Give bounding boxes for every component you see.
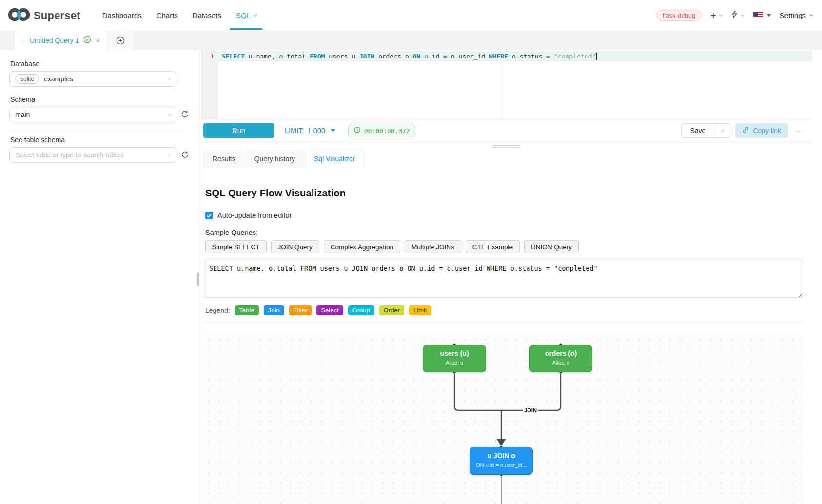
drag-handle-icon[interactable]: ⋮ <box>20 37 25 44</box>
sql-token-id: u.name, o.total <box>245 53 310 60</box>
legend-chip-join: Join <box>264 305 284 315</box>
sql-token-op: = <box>443 53 447 60</box>
editor-gutter: 1 <box>201 50 218 119</box>
superset-brand[interactable]: Superset <box>8 7 80 24</box>
plus-icon: + <box>710 11 716 20</box>
database-select[interactable]: sqlite examples <box>9 71 176 87</box>
sample-query-button-complex-aggregation[interactable]: Complex Aggregation <box>324 240 400 253</box>
nav-item-sql[interactable]: SQL <box>229 0 264 31</box>
join-edge-label: JOIN <box>523 407 538 413</box>
sidebar-splitter <box>199 50 200 504</box>
sql-token-kw: ON <box>412 53 420 60</box>
nav-item-label: Datasets <box>193 11 221 19</box>
sql-editor[interactable]: 1 SELECT u.name, o.total FROM users u JO… <box>201 50 812 119</box>
sample-query-button-cte-example[interactable]: CTE Example <box>466 240 520 253</box>
flow-node-join[interactable]: u JOIN oON u.id = o.user_id... <box>470 447 533 475</box>
sample-query-button-union-query[interactable]: UNION Query <box>524 240 579 253</box>
close-tab-icon[interactable]: × <box>96 37 100 44</box>
sample-query-buttons: Simple SELECTJOIN QueryComplex Aggregati… <box>205 240 803 253</box>
sample-query-button-join-query[interactable]: JOIN Query <box>271 240 319 253</box>
sql-input-textarea[interactable] <box>204 260 803 298</box>
flow-node-subtitle: ON u.id = o.user_id... <box>470 462 532 468</box>
legend-chip-order: Order <box>379 305 404 315</box>
new-query-tab-button[interactable] <box>108 31 133 50</box>
content-divider <box>204 322 803 322</box>
active-nav-underline <box>230 28 263 30</box>
nav-item-dashboards[interactable]: Dashboards <box>95 0 149 31</box>
navbar-right: flask-debug + Settings <box>656 10 812 21</box>
tab-sql-visualizer[interactable]: Sql Visualizer <box>305 150 364 168</box>
settings-menu[interactable]: Settings <box>780 11 812 19</box>
flow-node-title: users (u) <box>423 349 486 357</box>
sql-token-id <box>550 53 554 60</box>
database-select-value: examples <box>44 75 168 83</box>
save-button-group: Save <box>681 123 730 138</box>
query-tab-untitled-query-1[interactable]: ⋮ Untitled Query 1 × <box>15 31 107 50</box>
save-button[interactable]: Save <box>682 124 714 137</box>
saved-check-icon <box>83 36 91 45</box>
sqllab-left-sidebar: Database sqlite examples Schema main See… <box>0 50 199 504</box>
more-options-icon[interactable]: ··· <box>793 127 805 135</box>
nav-item-datasets[interactable]: Datasets <box>185 0 229 31</box>
pane-resize-handle[interactable] <box>493 145 520 148</box>
sql-token-id: o.user_id <box>447 53 489 60</box>
query-tabbar: ⋮ Untitled Query 1 × <box>0 31 822 50</box>
auto-update-checkbox[interactable] <box>205 212 213 219</box>
run-query-button[interactable]: Run <box>203 123 274 138</box>
tab-query-history[interactable]: Query history <box>246 150 304 168</box>
query-search-button[interactable] <box>731 10 744 20</box>
save-dropdown-button[interactable] <box>714 124 730 137</box>
chevron-down-icon <box>719 13 723 17</box>
timer-value: 00:00:00.372 <box>364 127 410 135</box>
sidebar-divider <box>9 131 185 131</box>
language-picker[interactable] <box>753 12 771 19</box>
nav-item-charts[interactable]: Charts <box>149 0 185 31</box>
refresh-schemas-icon[interactable] <box>181 110 190 119</box>
sidebar-splitter-handle[interactable] <box>197 272 199 286</box>
settings-label: Settings <box>780 11 806 19</box>
limit-dropdown[interactable]: LIMIT: 1 000 <box>285 127 335 135</box>
legend-chip-select: Select <box>316 305 343 315</box>
sample-query-button-multiple-joins[interactable]: Multiple JOINs <box>405 240 461 253</box>
flow-node-subtitle: Alias: u <box>423 360 486 366</box>
new-item-button[interactable]: + <box>710 11 722 20</box>
tab-results[interactable]: Results <box>204 150 244 168</box>
schema-select-value: main <box>15 111 168 118</box>
nav-item-label: Dashboards <box>102 11 142 19</box>
primary-nav: DashboardsChartsDatasetsSQL <box>95 0 264 31</box>
refresh-tables-icon[interactable] <box>181 151 190 159</box>
nav-item-label: Charts <box>157 11 178 19</box>
editor-toolbar: Run LIMIT: 1 000 00:00:00.372 Save Copy … <box>201 119 812 142</box>
chevron-down-icon <box>168 112 171 116</box>
sample-query-button-simple-select[interactable]: Simple SELECT <box>205 240 267 253</box>
legend-chip-filter: Filter <box>289 305 312 315</box>
table-select-placeholder: Select table or type to search tables <box>15 151 168 159</box>
sql-token-kw: FROM <box>310 53 325 60</box>
table-select[interactable]: Select table or type to search tables <box>9 147 176 163</box>
chevron-down-icon <box>168 153 171 156</box>
schema-select[interactable]: main <box>9 107 176 122</box>
caret-down-icon <box>767 14 771 17</box>
line-number: 1 <box>210 52 214 59</box>
flow-edges <box>204 334 803 504</box>
copy-link-button[interactable]: Copy link <box>735 123 788 138</box>
sql-visualizer-panel: SQL Query Flow Visualization Auto-update… <box>201 188 812 504</box>
limit-value: 1 000 <box>307 127 325 135</box>
sql-token-kw: SELECT <box>222 53 245 60</box>
editor-active-line[interactable]: SELECT u.name, o.total FROM users u JOIN… <box>218 51 812 61</box>
sample-queries-label: Sample Queries: <box>205 229 803 236</box>
flow-canvas[interactable]: JOIN users (u)Alias: uorders (o)Alias: o… <box>204 334 803 504</box>
text-cursor <box>596 53 597 60</box>
lightning-bolt-icon <box>731 10 738 20</box>
us-flag-icon <box>753 12 763 19</box>
link-icon <box>742 126 749 135</box>
chevron-down-icon <box>254 13 257 17</box>
schema-label: Schema <box>10 96 194 103</box>
chevron-down-icon <box>809 13 813 17</box>
flag-canton <box>753 12 758 16</box>
top-navbar: Superset DashboardsChartsDatasetsSQL fla… <box>0 0 822 31</box>
limit-label: LIMIT: <box>285 127 304 135</box>
flow-node-subtitle: Alias: o <box>530 360 592 366</box>
flow-node-orders[interactable]: orders (o)Alias: o <box>529 345 592 372</box>
flow-node-users[interactable]: users (u)Alias: u <box>423 345 486 372</box>
